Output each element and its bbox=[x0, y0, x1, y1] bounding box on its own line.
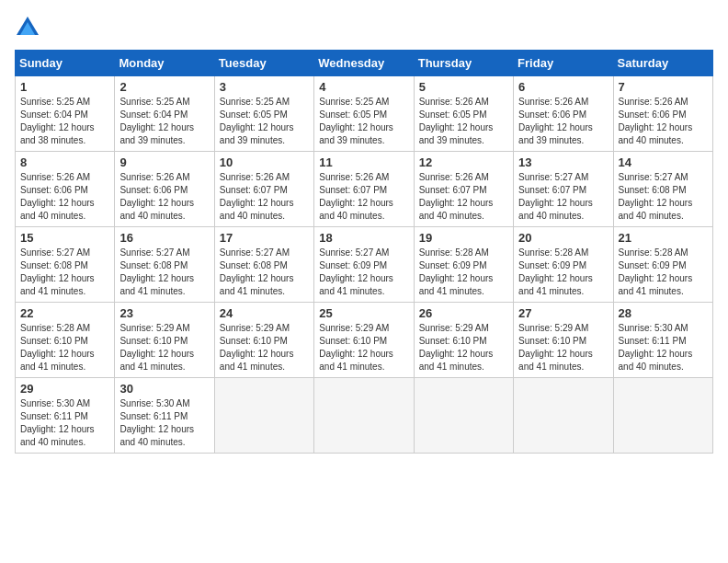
day-number: 24 bbox=[220, 306, 309, 320]
day-number: 10 bbox=[220, 155, 309, 169]
day-info: Sunrise: 5:28 AMSunset: 6:09 PMDaylight:… bbox=[518, 247, 593, 296]
calendar-week-row: 1 Sunrise: 5:25 AMSunset: 6:04 PMDayligh… bbox=[16, 76, 713, 152]
day-number: 8 bbox=[20, 155, 109, 169]
calendar-cell: 26 Sunrise: 5:29 AMSunset: 6:10 PMDaylig… bbox=[414, 303, 513, 378]
day-number: 11 bbox=[319, 155, 408, 169]
calendar-table: SundayMondayTuesdayWednesdayThursdayFrid… bbox=[15, 50, 713, 454]
calendar-cell: 25 Sunrise: 5:29 AMSunset: 6:10 PMDaylig… bbox=[314, 303, 414, 378]
logo-icon bbox=[15, 15, 40, 40]
calendar-cell: 23 Sunrise: 5:29 AMSunset: 6:10 PMDaylig… bbox=[115, 303, 214, 378]
day-number: 15 bbox=[20, 231, 109, 245]
col-header-saturday: Saturday bbox=[613, 51, 712, 76]
day-info: Sunrise: 5:29 AMSunset: 6:10 PMDaylight:… bbox=[220, 323, 294, 372]
day-info: Sunrise: 5:29 AMSunset: 6:10 PMDaylight:… bbox=[518, 323, 593, 372]
page-header bbox=[15, 15, 713, 40]
calendar-cell: 22 Sunrise: 5:28 AMSunset: 6:10 PMDaylig… bbox=[16, 303, 115, 378]
col-header-monday: Monday bbox=[115, 51, 214, 76]
day-number: 26 bbox=[419, 306, 508, 320]
day-number: 30 bbox=[119, 382, 209, 396]
calendar-week-row: 8 Sunrise: 5:26 AMSunset: 6:06 PMDayligh… bbox=[16, 152, 713, 227]
col-header-sunday: Sunday bbox=[16, 51, 115, 76]
day-info: Sunrise: 5:25 AMSunset: 6:05 PMDaylight:… bbox=[319, 97, 393, 145]
calendar-cell: 9 Sunrise: 5:26 AMSunset: 6:06 PMDayligh… bbox=[115, 152, 214, 227]
calendar-cell: 10 Sunrise: 5:26 AMSunset: 6:07 PMDaylig… bbox=[214, 152, 313, 227]
calendar-cell: 24 Sunrise: 5:29 AMSunset: 6:10 PMDaylig… bbox=[214, 303, 313, 378]
day-info: Sunrise: 5:27 AMSunset: 6:08 PMDaylight:… bbox=[119, 247, 194, 296]
col-header-wednesday: Wednesday bbox=[314, 51, 414, 76]
day-info: Sunrise: 5:28 AMSunset: 6:09 PMDaylight:… bbox=[419, 247, 494, 296]
calendar-cell: 5 Sunrise: 5:26 AMSunset: 6:05 PMDayligh… bbox=[414, 76, 513, 152]
calendar-week-row: 22 Sunrise: 5:28 AMSunset: 6:10 PMDaylig… bbox=[16, 303, 713, 378]
day-info: Sunrise: 5:29 AMSunset: 6:10 PMDaylight:… bbox=[119, 323, 194, 372]
day-info: Sunrise: 5:27 AMSunset: 6:09 PMDaylight:… bbox=[319, 247, 393, 296]
day-info: Sunrise: 5:30 AMSunset: 6:11 PMDaylight:… bbox=[119, 398, 194, 447]
calendar-cell: 4 Sunrise: 5:25 AMSunset: 6:05 PMDayligh… bbox=[314, 76, 414, 152]
day-info: Sunrise: 5:27 AMSunset: 6:08 PMDaylight:… bbox=[619, 172, 693, 221]
logo bbox=[15, 15, 44, 40]
day-number: 14 bbox=[619, 155, 708, 169]
calendar-cell: 28 Sunrise: 5:30 AMSunset: 6:11 PMDaylig… bbox=[613, 303, 712, 378]
calendar-cell: 1 Sunrise: 5:25 AMSunset: 6:04 PMDayligh… bbox=[16, 76, 115, 152]
day-info: Sunrise: 5:25 AMSunset: 6:04 PMDaylight:… bbox=[20, 97, 95, 145]
calendar-cell bbox=[514, 378, 613, 454]
day-info: Sunrise: 5:27 AMSunset: 6:08 PMDaylight:… bbox=[20, 247, 95, 296]
day-number: 7 bbox=[619, 80, 708, 94]
day-info: Sunrise: 5:26 AMSunset: 6:07 PMDaylight:… bbox=[220, 172, 294, 221]
day-number: 29 bbox=[20, 382, 109, 396]
day-number: 12 bbox=[419, 155, 508, 169]
day-number: 3 bbox=[220, 80, 309, 94]
calendar-cell: 27 Sunrise: 5:29 AMSunset: 6:10 PMDaylig… bbox=[514, 303, 613, 378]
day-info: Sunrise: 5:26 AMSunset: 6:06 PMDaylight:… bbox=[518, 97, 593, 145]
calendar-cell bbox=[214, 378, 313, 454]
calendar-cell bbox=[613, 378, 712, 454]
calendar-week-row: 15 Sunrise: 5:27 AMSunset: 6:08 PMDaylig… bbox=[16, 227, 713, 303]
calendar-cell bbox=[414, 378, 513, 454]
day-number: 5 bbox=[419, 80, 508, 94]
calendar-cell: 6 Sunrise: 5:26 AMSunset: 6:06 PMDayligh… bbox=[514, 76, 613, 152]
col-header-tuesday: Tuesday bbox=[214, 51, 313, 76]
day-number: 18 bbox=[319, 231, 408, 245]
calendar-cell: 11 Sunrise: 5:26 AMSunset: 6:07 PMDaylig… bbox=[314, 152, 414, 227]
day-number: 4 bbox=[319, 80, 408, 94]
day-info: Sunrise: 5:27 AMSunset: 6:08 PMDaylight:… bbox=[220, 247, 294, 296]
day-info: Sunrise: 5:26 AMSunset: 6:07 PMDaylight:… bbox=[419, 172, 494, 221]
day-number: 25 bbox=[319, 306, 408, 320]
calendar-cell: 19 Sunrise: 5:28 AMSunset: 6:09 PMDaylig… bbox=[414, 227, 513, 303]
calendar-cell: 21 Sunrise: 5:28 AMSunset: 6:09 PMDaylig… bbox=[613, 227, 712, 303]
day-number: 28 bbox=[619, 306, 708, 320]
day-info: Sunrise: 5:28 AMSunset: 6:10 PMDaylight:… bbox=[20, 323, 95, 372]
calendar-header-row: SundayMondayTuesdayWednesdayThursdayFrid… bbox=[16, 51, 713, 76]
calendar-cell: 14 Sunrise: 5:27 AMSunset: 6:08 PMDaylig… bbox=[613, 152, 712, 227]
day-info: Sunrise: 5:25 AMSunset: 6:05 PMDaylight:… bbox=[220, 97, 294, 145]
col-header-friday: Friday bbox=[514, 51, 613, 76]
day-info: Sunrise: 5:26 AMSunset: 6:05 PMDaylight:… bbox=[419, 97, 494, 145]
day-number: 9 bbox=[119, 155, 209, 169]
day-number: 27 bbox=[518, 306, 608, 320]
day-number: 6 bbox=[518, 80, 608, 94]
col-header-thursday: Thursday bbox=[414, 51, 513, 76]
calendar-week-row: 29 Sunrise: 5:30 AMSunset: 6:11 PMDaylig… bbox=[16, 378, 713, 454]
calendar-cell: 13 Sunrise: 5:27 AMSunset: 6:07 PMDaylig… bbox=[514, 152, 613, 227]
calendar-cell: 2 Sunrise: 5:25 AMSunset: 6:04 PMDayligh… bbox=[115, 76, 214, 152]
day-number: 22 bbox=[20, 306, 109, 320]
day-number: 17 bbox=[220, 231, 309, 245]
calendar-cell: 16 Sunrise: 5:27 AMSunset: 6:08 PMDaylig… bbox=[115, 227, 214, 303]
day-number: 19 bbox=[419, 231, 508, 245]
day-number: 13 bbox=[518, 155, 608, 169]
day-number: 16 bbox=[119, 231, 209, 245]
day-info: Sunrise: 5:29 AMSunset: 6:10 PMDaylight:… bbox=[419, 323, 494, 372]
day-number: 1 bbox=[20, 80, 109, 94]
day-info: Sunrise: 5:29 AMSunset: 6:10 PMDaylight:… bbox=[319, 323, 393, 372]
calendar-cell: 12 Sunrise: 5:26 AMSunset: 6:07 PMDaylig… bbox=[414, 152, 513, 227]
day-number: 21 bbox=[619, 231, 708, 245]
calendar-cell: 18 Sunrise: 5:27 AMSunset: 6:09 PMDaylig… bbox=[314, 227, 414, 303]
day-info: Sunrise: 5:26 AMSunset: 6:06 PMDaylight:… bbox=[619, 97, 693, 145]
day-info: Sunrise: 5:30 AMSunset: 6:11 PMDaylight:… bbox=[20, 398, 95, 447]
calendar-cell: 29 Sunrise: 5:30 AMSunset: 6:11 PMDaylig… bbox=[16, 378, 115, 454]
calendar-cell bbox=[314, 378, 414, 454]
day-info: Sunrise: 5:25 AMSunset: 6:04 PMDaylight:… bbox=[119, 97, 194, 145]
day-info: Sunrise: 5:27 AMSunset: 6:07 PMDaylight:… bbox=[518, 172, 593, 221]
calendar-cell: 8 Sunrise: 5:26 AMSunset: 6:06 PMDayligh… bbox=[16, 152, 115, 227]
day-info: Sunrise: 5:26 AMSunset: 6:06 PMDaylight:… bbox=[20, 172, 95, 221]
day-info: Sunrise: 5:26 AMSunset: 6:07 PMDaylight:… bbox=[319, 172, 393, 221]
